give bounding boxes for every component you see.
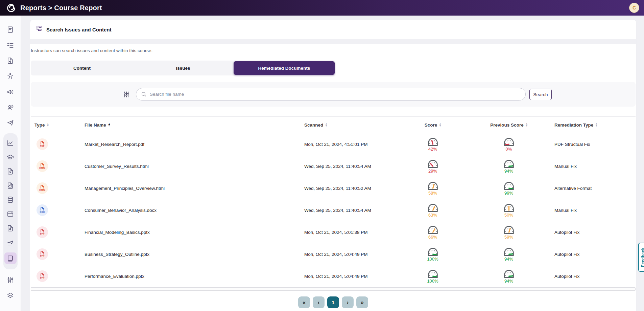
sidebar-item-file-audio[interactable] [4,57,17,65]
previous-score-value: 94% [504,279,513,284]
score-gauge-icon [503,225,515,235]
column-header-scanned[interactable]: Scanned▴▾ [304,123,402,128]
sort-toggle-icon[interactable]: ▴▾ [326,123,327,127]
column-header-file-name[interactable]: File Name▴▾ [85,123,304,128]
column-header-remediation-type[interactable]: Remediation Type▴▾ [554,123,636,128]
top-header: Reports > Course Report C [0,0,644,16]
remediation-type: Autopilot Fix [554,252,636,257]
file-type-label: HTML [39,167,46,169]
sidebar-item-layers[interactable] [4,291,17,299]
search-panel: Search [31,82,636,107]
sidebar-item-person-voice[interactable] [4,103,17,111]
table-row[interactable]: PPTPerformance_Evaluation.pptxMon, Oct 2… [31,265,636,287]
remediation-type: Manual Fix [554,164,636,169]
first-page-button[interactable]: « [298,296,310,308]
column-header-type[interactable]: Type▴▾ [34,123,85,128]
user-avatar[interactable]: C [629,3,639,13]
settings-sliders-icon [6,276,14,284]
previous-score-cell: 94% [463,159,554,174]
file-name: Customer_Survey_Results.html [85,164,304,169]
search-input[interactable] [150,92,521,97]
sidebar-item-send-plane-alt[interactable] [4,238,17,246]
previous-page-button[interactable]: ‹ [313,296,325,308]
sidebar-item-send-plane[interactable] [4,119,17,127]
table-row[interactable]: HTMLCustomer_Survey_Results.htmlWed, Sep… [31,155,636,177]
column-header-previous-score[interactable]: Previous Score▴▾ [463,123,554,128]
person-voice-icon [6,104,14,111]
table-row[interactable]: PPTFinancial_Modeling_Basics.pptxMon, Oc… [31,221,636,243]
file-type-icon: PDF [37,138,48,150]
column-header-score[interactable]: Score▴▾ [402,123,463,128]
sort-toggle-icon[interactable]: ▴▾ [439,123,441,127]
score-gauge-icon [427,225,439,235]
file-name: Business_Strategy_Outline.pptx [85,252,304,257]
sidebar-item-megaphone[interactable] [4,88,17,96]
horizontal-scrollbar[interactable] [31,287,636,291]
section-divider [30,39,636,44]
tab-issues[interactable]: Issues [133,61,234,75]
sidebar-item-document-audio[interactable] [4,224,17,232]
section-header: Search Issues and Content [30,20,636,39]
app-logo-icon[interactable] [5,2,17,14]
sidebar-item-browser-window[interactable] [4,210,17,218]
score-cell: 100% [402,269,463,284]
tab-remediated-documents[interactable]: Remediated Documents [234,61,335,75]
column-label: Remediation Type [554,123,593,128]
filter-sliders-icon[interactable] [121,89,132,99]
report-doc-icon [6,26,14,34]
remediation-type: PDF Structual Fix [554,142,636,147]
sidebar-item-accessibility[interactable] [4,72,17,80]
sidebar-item-file-x[interactable] [4,167,17,175]
sort-toggle-icon[interactable]: ▴▾ [526,123,527,127]
scanned-date: Mon, Oct 21, 2024, 5:04:49 PM [304,252,402,257]
score-value: 58% [428,191,437,196]
search-field [136,88,526,101]
sidebar-item-checklist[interactable] [4,41,17,49]
book-icon [6,254,14,262]
sidebar-item-line-chart[interactable] [4,139,17,147]
score-gauge-icon [427,269,439,279]
previous-score-cell: 0% [463,137,554,152]
pagination: « ‹ 1 › » [31,296,636,308]
sidebar-item-database[interactable] [4,196,17,204]
score-value: 66% [428,235,437,240]
page-1-button[interactable]: 1 [327,296,339,308]
score-gauge-icon [427,203,439,213]
table-row[interactable]: PDFMarket_Research_Report.pdfMon, Oct 21… [31,133,636,155]
sort-toggle-icon[interactable]: ▴▾ [47,123,49,127]
tab-content[interactable]: Content [31,61,133,75]
feedback-button[interactable]: Feedback [638,243,644,272]
file-type-label: PDF [40,145,45,147]
file-type-label: DOC [40,211,45,213]
sort-toggle-icon[interactable]: ▴▾ [596,123,597,127]
file-name: Market_Research_Report.pdf [85,142,304,147]
table-row[interactable]: DOCConsumer_Behavior_Analysis.docxWed, S… [31,199,636,221]
page-description: Instructors can search issues and conten… [31,48,636,53]
sidebar-item-report-doc[interactable] [4,25,17,34]
file-type-label: PPT [40,277,44,279]
content-card: Search Issues and Content Instructors ca… [30,20,636,311]
sidebar-item-settings-sliders[interactable] [4,276,17,284]
sidebar-item-graduation-cap[interactable] [4,153,17,161]
table-row[interactable]: HTMLManagement_Principles_Overview.htmlW… [31,177,636,199]
checklist-icon [6,41,14,49]
file-name: Management_Principles_Overview.html [85,186,304,191]
search-button[interactable]: Search [529,89,552,100]
previous-score-cell: 50% [463,203,554,218]
file-name: Consumer_Behavior_Analysis.docx [85,208,304,213]
next-page-button[interactable]: › [342,296,354,308]
table-row[interactable]: PPTBusiness_Strategy_Outline.pptxMon, Oc… [31,243,636,265]
accessibility-icon [6,72,14,80]
remediation-type: Alternative Format [554,186,636,191]
sidebar-item-file-cloud[interactable] [4,181,17,190]
previous-score-cell: 94% [463,247,554,262]
score-cell: 58% [402,181,463,196]
sort-toggle-icon[interactable]: ▴▾ [109,123,110,127]
content-outline-icon [35,25,42,34]
sidebar-item-book[interactable] [4,252,17,264]
file-name: Financial_Modeling_Basics.pptx [85,230,304,235]
send-plane-icon [6,119,14,127]
scanned-date: Mon, Oct 21, 2024, 4:51:01 PM [304,142,402,147]
tab-bar: ContentIssuesRemediated Documents [31,61,335,75]
last-page-button[interactable]: » [356,296,368,308]
